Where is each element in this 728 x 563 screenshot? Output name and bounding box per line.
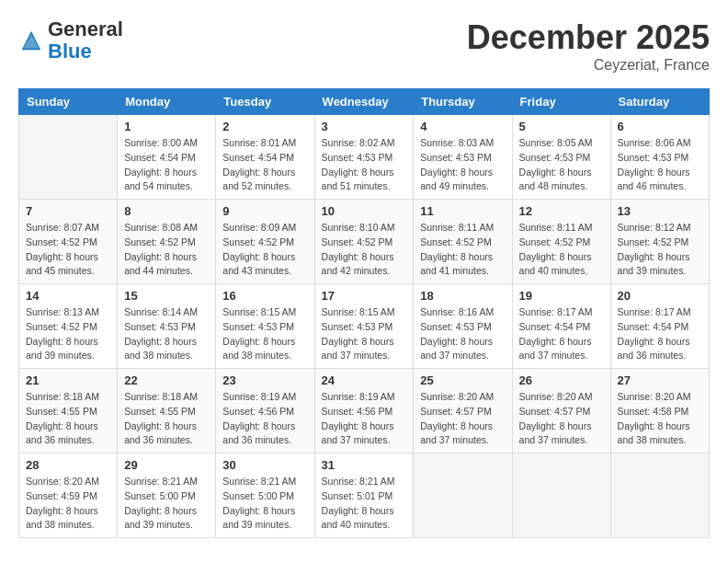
day-info: Sunrise: 8:01 AMSunset: 4:54 PMDaylight:… — [222, 136, 307, 194]
day-info: Sunrise: 8:06 AMSunset: 4:53 PMDaylight:… — [618, 136, 702, 194]
calendar-cell: 10Sunrise: 8:10 AMSunset: 4:52 PMDayligh… — [314, 200, 414, 284]
day-info: Sunrise: 8:14 AMSunset: 4:53 PMDaylight:… — [124, 305, 209, 363]
day-info: Sunrise: 8:05 AMSunset: 4:53 PMDaylight:… — [519, 136, 604, 194]
calendar-cell: 28Sunrise: 8:20 AMSunset: 4:59 PMDayligh… — [19, 454, 118, 538]
calendar-cell: 3Sunrise: 8:02 AMSunset: 4:53 PMDaylight… — [314, 115, 414, 200]
weekday-header-sunday: Sunday — [19, 89, 118, 115]
day-info: Sunrise: 8:00 AMSunset: 4:54 PMDaylight:… — [124, 136, 209, 194]
day-number: 9 — [222, 204, 307, 218]
calendar-cell: 21Sunrise: 8:18 AMSunset: 4:55 PMDayligh… — [19, 369, 118, 454]
day-info: Sunrise: 8:21 AMSunset: 5:00 PMDaylight:… — [222, 475, 307, 533]
calendar-header-row: SundayMondayTuesdayWednesdayThursdayFrid… — [19, 89, 710, 115]
day-info: Sunrise: 8:17 AMSunset: 4:54 PMDaylight:… — [618, 305, 702, 363]
day-number: 26 — [519, 373, 604, 387]
calendar-cell: 25Sunrise: 8:20 AMSunset: 4:57 PMDayligh… — [414, 369, 512, 454]
day-info: Sunrise: 8:15 AMSunset: 4:53 PMDaylight:… — [222, 305, 307, 363]
svg-marker-1 — [24, 35, 40, 49]
calendar-cell: 14Sunrise: 8:13 AMSunset: 4:52 PMDayligh… — [19, 284, 118, 369]
day-info: Sunrise: 8:12 AMSunset: 4:52 PMDaylight:… — [618, 221, 702, 279]
calendar-cell: 27Sunrise: 8:20 AMSunset: 4:58 PMDayligh… — [610, 369, 709, 454]
logo: General Blue — [18, 18, 123, 63]
calendar-cell — [512, 454, 610, 538]
calendar-cell: 22Sunrise: 8:18 AMSunset: 4:55 PMDayligh… — [118, 369, 216, 454]
location: Ceyzeriat, France — [467, 57, 710, 74]
day-info: Sunrise: 8:21 AMSunset: 5:01 PMDaylight:… — [322, 475, 407, 533]
calendar-cell: 2Sunrise: 8:01 AMSunset: 4:54 PMDaylight… — [216, 115, 314, 200]
day-number: 30 — [222, 458, 307, 472]
day-number: 5 — [519, 120, 604, 133]
day-number: 7 — [26, 204, 110, 218]
calendar-cell: 13Sunrise: 8:12 AMSunset: 4:52 PMDayligh… — [610, 200, 709, 284]
day-info: Sunrise: 8:07 AMSunset: 4:52 PMDaylight:… — [26, 221, 110, 279]
calendar-cell: 12Sunrise: 8:11 AMSunset: 4:52 PMDayligh… — [512, 200, 610, 284]
weekday-header-friday: Friday — [512, 89, 610, 115]
weekday-header-monday: Monday — [118, 89, 216, 115]
calendar-cell: 5Sunrise: 8:05 AMSunset: 4:53 PMDaylight… — [512, 115, 610, 200]
day-number: 21 — [26, 373, 110, 387]
day-info: Sunrise: 8:02 AMSunset: 4:53 PMDaylight:… — [322, 136, 407, 194]
day-info: Sunrise: 8:18 AMSunset: 4:55 PMDaylight:… — [124, 390, 209, 448]
day-number: 10 — [322, 204, 407, 218]
calendar-cell: 24Sunrise: 8:19 AMSunset: 4:56 PMDayligh… — [314, 369, 414, 454]
day-number: 23 — [222, 373, 307, 387]
day-info: Sunrise: 8:21 AMSunset: 5:00 PMDaylight:… — [124, 475, 209, 533]
day-number: 19 — [519, 289, 604, 303]
day-number: 25 — [420, 373, 505, 387]
calendar-cell: 9Sunrise: 8:09 AMSunset: 4:52 PMDaylight… — [216, 200, 314, 284]
calendar-cell: 4Sunrise: 8:03 AMSunset: 4:53 PMDaylight… — [414, 115, 512, 200]
calendar-cell: 30Sunrise: 8:21 AMSunset: 5:00 PMDayligh… — [216, 454, 314, 538]
day-number: 28 — [26, 458, 110, 472]
day-info: Sunrise: 8:20 AMSunset: 4:58 PMDaylight:… — [618, 390, 702, 448]
day-number: 2 — [222, 120, 307, 133]
day-info: Sunrise: 8:20 AMSunset: 4:57 PMDaylight:… — [420, 390, 505, 448]
week-row-5: 28Sunrise: 8:20 AMSunset: 4:59 PMDayligh… — [19, 454, 710, 538]
day-info: Sunrise: 8:08 AMSunset: 4:52 PMDaylight:… — [124, 221, 209, 279]
month-title: December 2025 — [467, 18, 710, 57]
page-header: General Blue December 2025 Ceyzeriat, Fr… — [18, 18, 710, 74]
day-number: 12 — [519, 204, 604, 218]
logo-icon — [18, 28, 44, 53]
day-number: 14 — [26, 289, 110, 303]
weekday-header-saturday: Saturday — [610, 89, 709, 115]
calendar-cell: 11Sunrise: 8:11 AMSunset: 4:52 PMDayligh… — [414, 200, 512, 284]
calendar-cell: 16Sunrise: 8:15 AMSunset: 4:53 PMDayligh… — [216, 284, 314, 369]
day-number: 11 — [420, 204, 505, 218]
calendar-cell — [610, 454, 709, 538]
day-number: 1 — [124, 120, 209, 133]
day-info: Sunrise: 8:20 AMSunset: 4:59 PMDaylight:… — [26, 475, 110, 533]
day-number: 15 — [124, 289, 209, 303]
calendar-cell: 31Sunrise: 8:21 AMSunset: 5:01 PMDayligh… — [314, 454, 414, 538]
day-number: 16 — [222, 289, 307, 303]
logo-general-text: General — [48, 17, 123, 40]
calendar-cell: 26Sunrise: 8:20 AMSunset: 4:57 PMDayligh… — [512, 369, 610, 454]
calendar-cell: 8Sunrise: 8:08 AMSunset: 4:52 PMDaylight… — [118, 200, 216, 284]
day-info: Sunrise: 8:17 AMSunset: 4:54 PMDaylight:… — [519, 305, 604, 363]
day-number: 13 — [618, 204, 702, 218]
weekday-header-wednesday: Wednesday — [314, 89, 414, 115]
day-number: 24 — [322, 373, 407, 387]
day-number: 6 — [618, 120, 702, 133]
calendar-cell: 19Sunrise: 8:17 AMSunset: 4:54 PMDayligh… — [512, 284, 610, 369]
day-number: 4 — [420, 120, 505, 133]
week-row-3: 14Sunrise: 8:13 AMSunset: 4:52 PMDayligh… — [19, 284, 710, 369]
calendar-cell: 29Sunrise: 8:21 AMSunset: 5:00 PMDayligh… — [118, 454, 216, 538]
calendar-cell — [414, 454, 512, 538]
calendar-cell — [19, 115, 118, 200]
day-info: Sunrise: 8:03 AMSunset: 4:53 PMDaylight:… — [420, 136, 505, 194]
week-row-1: 1Sunrise: 8:00 AMSunset: 4:54 PMDaylight… — [19, 115, 710, 200]
calendar-cell: 17Sunrise: 8:15 AMSunset: 4:53 PMDayligh… — [314, 284, 414, 369]
logo-blue-text: Blue — [48, 40, 92, 63]
calendar-table: SundayMondayTuesdayWednesdayThursdayFrid… — [18, 88, 710, 538]
day-number: 27 — [618, 373, 702, 387]
calendar-cell: 20Sunrise: 8:17 AMSunset: 4:54 PMDayligh… — [610, 284, 709, 369]
calendar-cell: 23Sunrise: 8:19 AMSunset: 4:56 PMDayligh… — [216, 369, 314, 454]
day-info: Sunrise: 8:16 AMSunset: 4:53 PMDaylight:… — [420, 305, 505, 363]
calendar-cell: 7Sunrise: 8:07 AMSunset: 4:52 PMDaylight… — [19, 200, 118, 284]
day-info: Sunrise: 8:09 AMSunset: 4:52 PMDaylight:… — [222, 221, 307, 279]
weekday-header-tuesday: Tuesday — [216, 89, 314, 115]
day-number: 17 — [322, 289, 407, 303]
day-info: Sunrise: 8:11 AMSunset: 4:52 PMDaylight:… — [519, 221, 604, 279]
day-number: 3 — [322, 120, 407, 133]
day-info: Sunrise: 8:11 AMSunset: 4:52 PMDaylight:… — [420, 221, 505, 279]
day-number: 20 — [618, 289, 702, 303]
